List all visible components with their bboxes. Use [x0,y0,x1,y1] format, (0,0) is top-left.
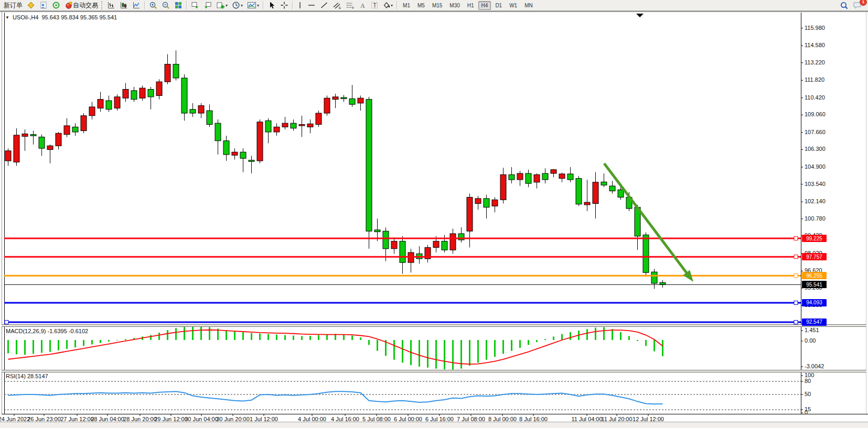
candle [98,100,103,108]
collapse-triangle-icon[interactable]: ▼ [5,15,9,20]
candle [341,97,347,98]
price-chart-canvas[interactable] [0,0,868,428]
candle [22,134,28,137]
candle [593,182,598,204]
candle [5,151,11,161]
candle [324,98,330,113]
candle [526,173,531,183]
candle [542,173,548,180]
panel-splitter-macd[interactable] [2,324,866,327]
candle [173,64,179,78]
candle [291,123,296,128]
candle [391,241,397,248]
candle [450,234,456,250]
candle [467,197,473,232]
candle [106,101,112,109]
rsi-indicator-label: RSI(14) 28.5147 [6,373,48,379]
panel-splitter-rsi[interactable] [2,370,866,372]
hline-handle[interactable] [5,320,8,324]
candle [249,160,254,161]
candle [374,230,380,232]
candle [64,126,70,135]
candle [223,141,229,155]
candle [492,200,498,206]
hline-handle[interactable] [794,237,798,240]
candle [190,109,196,113]
candle [232,152,238,155]
candle [559,174,565,179]
candle [333,97,338,100]
candle [89,107,95,116]
candle [534,174,540,182]
candle [567,174,573,180]
macd-indicator-label: MACD(12,26,9) -1.6395 -0.6102 [6,328,88,334]
hline-handle[interactable] [794,274,798,278]
candle [316,113,322,125]
hline-handle[interactable] [794,255,798,259]
candle [265,120,271,132]
candle [609,186,615,191]
hline-handle[interactable] [794,301,798,304]
hline-handle[interactable] [794,320,798,324]
candle [156,82,162,95]
candle [576,179,582,204]
candle [509,174,515,180]
candle [240,152,246,158]
candle [198,106,204,113]
candle [643,235,649,272]
candle [584,202,590,205]
candle [148,90,154,97]
candle [30,135,36,136]
candle [651,272,657,283]
candle [181,78,187,113]
candle [282,123,288,127]
candle [47,146,53,149]
candle [165,64,170,82]
candle [56,133,61,146]
candle [72,127,78,132]
candle [131,91,137,100]
candle [299,125,305,126]
candle [349,98,355,104]
candles-series [5,50,666,289]
candle [517,173,523,180]
candle [257,122,263,161]
candle [215,123,221,141]
candle [307,124,313,127]
candle [383,231,389,249]
candle [475,199,481,204]
chart-title-bar: ▼ USOil-,H4 95.643 95.834 95.365 95.541 [5,14,117,20]
candle [660,282,666,284]
ohlc-quote-label: 95.643 95.834 95.365 95.541 [41,14,117,20]
candle [551,170,556,173]
candle [433,241,439,247]
candle [442,241,447,250]
candle [484,199,489,207]
candle [140,88,145,98]
candle [39,137,45,149]
candle [114,97,120,108]
chart-shift-marker[interactable] [636,14,644,17]
candle [207,111,212,124]
candle [400,241,405,262]
rsi-line [8,391,663,404]
candle [366,100,372,232]
candle [618,190,624,197]
candle [81,116,87,131]
candle [601,182,607,185]
mt4-window: 新订单 自动交易 [0,0,868,428]
candle [123,90,128,98]
status-bar [0,422,868,428]
candle [14,135,19,162]
candle [274,127,280,132]
symbol-period-label: USOil-,H4 [13,14,39,20]
candle [500,174,506,200]
candle [358,98,363,103]
